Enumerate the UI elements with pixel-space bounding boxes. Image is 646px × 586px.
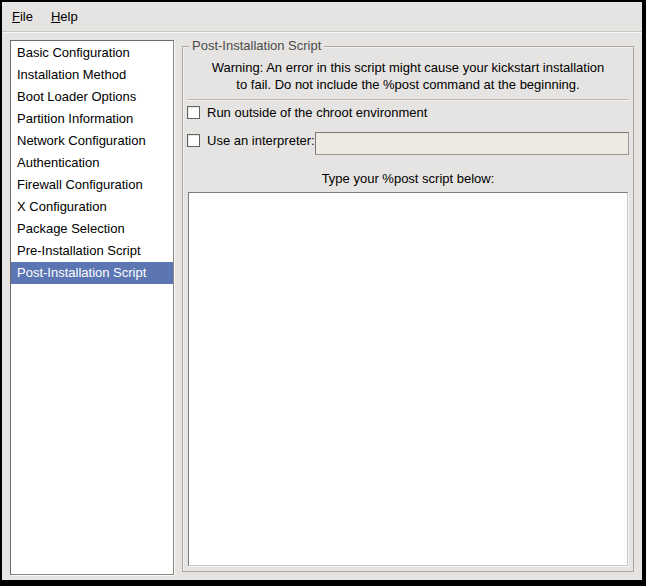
menu-help[interactable]: Help (43, 6, 86, 31)
sidebar-item-installation-method[interactable]: Installation Method (11, 64, 173, 86)
category-list: Basic ConfigurationInstallation MethodBo… (10, 40, 174, 575)
menu-file[interactable]: File (4, 6, 41, 31)
menu-help-label: elp (60, 9, 77, 24)
kickstart-configurator-window: File Help Basic ConfigurationInstallatio… (0, 0, 646, 586)
sidebar-item-pre-installation-script[interactable]: Pre-Installation Script (11, 240, 173, 262)
warning-line2: to fail. Do not include the %post comman… (191, 76, 625, 93)
run-outside-chroot-label: Run outside of the chroot environment (207, 105, 427, 120)
run-outside-chroot-checkbox[interactable] (187, 106, 200, 119)
warning-line1: Warning: An error in this script might c… (191, 59, 625, 76)
sidebar-item-x-configuration[interactable]: X Configuration (11, 196, 173, 218)
use-interpreter-checkbox[interactable] (187, 134, 200, 147)
menu-file-mnemonic: F (12, 9, 20, 24)
menu-file-label: ile (20, 9, 33, 24)
sidebar-item-boot-loader-options[interactable]: Boot Loader Options (11, 86, 173, 108)
sidebar-item-partition-information[interactable]: Partition Information (11, 108, 173, 130)
sidebar-item-authentication[interactable]: Authentication (11, 152, 173, 174)
sidebar-item-post-installation-script[interactable]: Post-Installation Script (11, 262, 173, 284)
sidebar-item-network-configuration[interactable]: Network Configuration (11, 130, 173, 152)
post-installation-script-frame: Post-Installation Script Warning: An err… (182, 46, 634, 572)
menu-help-mnemonic: H (51, 9, 60, 24)
use-interpreter-label: Use an interpreter: (207, 133, 315, 148)
chroot-row: Run outside of the chroot environment (187, 104, 427, 121)
separator (188, 99, 628, 101)
sidebar-item-firewall-configuration[interactable]: Firewall Configuration (11, 174, 173, 196)
post-script-textarea[interactable] (188, 192, 628, 566)
sidebar-item-basic-configuration[interactable]: Basic Configuration (11, 42, 173, 64)
frame-title: Post-Installation Script (189, 38, 324, 53)
interpreter-row: Use an interpreter: (187, 132, 315, 149)
sidebar-item-package-selection[interactable]: Package Selection (11, 218, 173, 240)
menubar: File Help (2, 2, 642, 32)
script-area-label: Type your %post script below: (183, 171, 633, 186)
interpreter-entry[interactable] (315, 132, 629, 155)
warning-text: Warning: An error in this script might c… (191, 59, 625, 93)
